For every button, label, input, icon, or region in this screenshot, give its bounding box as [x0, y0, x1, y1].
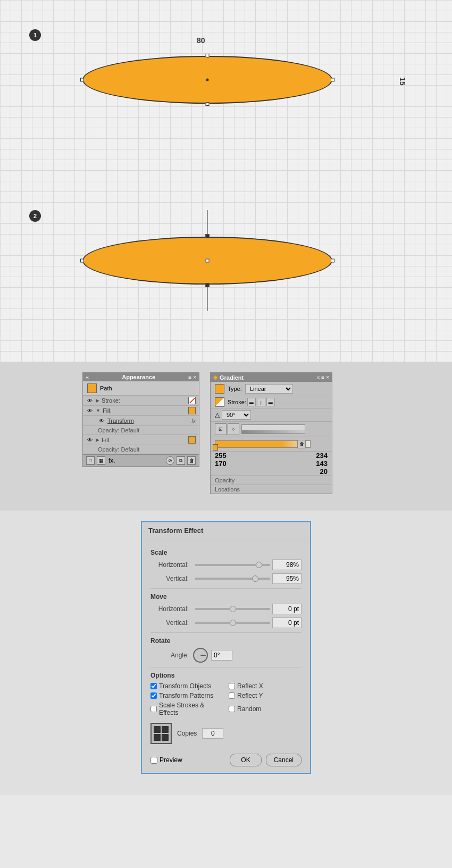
preview-checkbox[interactable]: [150, 757, 157, 764]
options-grid: Transform Objects Reflect X Transform Pa…: [150, 682, 302, 716]
fill-swatch[interactable]: [188, 407, 196, 414]
path-color-swatch[interactable]: [87, 383, 97, 393]
ellipse-2-anchor-left[interactable]: [80, 259, 84, 263]
angle-select[interactable]: 90°: [222, 410, 251, 420]
random-checkbox[interactable]: [229, 706, 235, 712]
ellipse-2-anchor-top[interactable]: [205, 234, 210, 238]
fill2-arrow[interactable]: ▶: [96, 437, 99, 443]
gradient-collapse-icon[interactable]: «: [317, 374, 320, 380]
footer-square-icon[interactable]: □: [86, 456, 95, 465]
dialog-buttons: OK Cancel: [230, 754, 302, 766]
fill-eye-icon[interactable]: 👁: [86, 407, 94, 414]
move-h-slider[interactable]: [195, 608, 270, 610]
gradient-bar-row: 🗑: [211, 437, 332, 452]
stroke-mini-icon-1[interactable]: ▬: [247, 398, 256, 406]
ellipse-1-anchor-top[interactable]: [206, 54, 210, 57]
footer-delete-icon[interactable]: 🗑: [187, 456, 196, 465]
scale-strokes-label: Scale Strokes & Effects: [159, 702, 223, 716]
ellipse-2-anchor-bottom[interactable]: [205, 283, 210, 287]
stroke-mini-icon-3[interactable]: ▬: [266, 398, 275, 406]
gradient-menu-icon[interactable]: ≡: [321, 374, 324, 380]
gradient-titlebar: ◆ Gradient « ≡ ×: [211, 373, 332, 382]
ellipse-2-anchor-right[interactable]: [331, 259, 334, 263]
gradient-close-icon[interactable]: ×: [326, 374, 329, 380]
ellipse-1-anchor-left[interactable]: [80, 78, 84, 82]
stroke-eye-icon[interactable]: 👁: [86, 397, 94, 404]
scale-v-input[interactable]: [272, 573, 302, 584]
scale-v-slider[interactable]: [195, 578, 270, 580]
gradient-swatch-1[interactable]: [215, 384, 224, 394]
copies-input[interactable]: [202, 728, 223, 739]
scale-h-input[interactable]: [272, 560, 302, 570]
path-label: Path: [100, 385, 112, 391]
gradient-locations-label: Locations: [215, 486, 240, 493]
appearance-path-header: Path: [83, 381, 199, 396]
gradient-delete-icon[interactable]: 🗑: [297, 440, 306, 448]
stroke-arrow[interactable]: ▶: [96, 398, 99, 403]
fill-arrow[interactable]: ▼: [96, 408, 101, 413]
ellipse-1-anchor-right[interactable]: [331, 78, 334, 82]
color1-g: 170: [215, 460, 227, 468]
appearance-collapse-icon[interactable]: «: [86, 374, 89, 380]
footer-no-icon[interactable]: ⊘: [166, 456, 174, 465]
ellipse-1-anchor-bottom[interactable]: [206, 102, 210, 106]
gradient-icon-extra2[interactable]: ○: [228, 423, 239, 435]
appearance-close-icon[interactable]: ×: [193, 374, 196, 380]
move-v-input[interactable]: [272, 617, 302, 628]
transform-objects-checkbox[interactable]: [150, 683, 157, 689]
fill2-swatch[interactable]: [188, 436, 196, 444]
transform-objects-label: Transform Objects: [159, 682, 211, 690]
ellipse-1-center: [206, 79, 209, 81]
stroke-swatch[interactable]: [188, 397, 196, 404]
measure-width-label: 80: [197, 36, 205, 45]
gradient-color-right: 234 143 20: [316, 452, 328, 475]
fill2-eye-icon[interactable]: 👁: [86, 436, 94, 444]
move-h-label: Horizontal:: [150, 605, 193, 613]
footer-copy-icon[interactable]: ⧉: [177, 456, 185, 465]
transform-patterns-checkbox[interactable]: [150, 692, 157, 699]
gradient-type-row: Type: Linear: [211, 382, 332, 396]
reflect-x-checkbox[interactable]: [229, 683, 235, 689]
angle-dial[interactable]: [193, 648, 208, 663]
move-v-slider[interactable]: [195, 622, 270, 624]
transform-row: 👁 Transform fx: [83, 416, 199, 426]
transform-dialog: Transform Effect Scale Horizontal: Verti…: [141, 521, 311, 774]
gradient-stroke-label: Stroke:: [228, 399, 246, 405]
scale-h-slider[interactable]: [195, 564, 270, 566]
transform-eye-icon[interactable]: 👁: [98, 417, 105, 424]
gradient-location-row: Locations: [211, 485, 332, 494]
opacity2-label: Opacity: Default: [98, 446, 139, 453]
ok-button[interactable]: OK: [230, 754, 261, 766]
gradient-swatch-2[interactable]: [215, 397, 224, 407]
scale-strokes-checkbox[interactable]: [150, 706, 157, 712]
transform-label[interactable]: Transform: [107, 418, 189, 424]
dialog-titlebar: Transform Effect: [142, 522, 310, 539]
dialog-footer: Preview OK Cancel: [142, 749, 310, 773]
stroke-mini-icon-2[interactable]: |: [257, 398, 265, 406]
copies-dot-1: [154, 726, 161, 733]
reflect-x-label: Reflect X: [237, 682, 263, 690]
random-row: Random: [229, 702, 302, 716]
copies-label: Copies: [177, 730, 197, 737]
gradient-type-select[interactable]: Linear: [245, 384, 293, 394]
move-vertical-row: Vertical:: [150, 617, 302, 628]
footer-grid-icon[interactable]: ▦: [97, 456, 105, 465]
ellipse-2-wrap: [82, 237, 332, 285]
appearance-controls: ≡ ×: [188, 374, 196, 380]
move-h-input[interactable]: [272, 604, 302, 614]
footer-fx-icon[interactable]: fx.: [107, 457, 116, 464]
gradient-stroke-row: Stroke: ▬ | ▬: [211, 396, 332, 408]
ellipse-2-anchor-mid[interactable]: [206, 259, 210, 263]
appearance-menu-icon[interactable]: ≡: [188, 374, 191, 380]
grid-background: [0, 0, 452, 362]
gradient-icon-extra[interactable]: ⊡: [215, 423, 227, 435]
rotate-angle-row: Angle:: [150, 648, 302, 663]
scale-horizontal-row: Horizontal:: [150, 560, 302, 570]
cancel-button[interactable]: Cancel: [266, 754, 302, 766]
ellipse-1[interactable]: [82, 56, 332, 104]
fill-label: Fill:: [103, 407, 186, 414]
angle-input[interactable]: [211, 650, 232, 661]
reflect-y-checkbox[interactable]: [229, 692, 235, 699]
gradient-stop-left[interactable]: [213, 444, 218, 450]
step-badge-1: 1: [29, 29, 41, 41]
